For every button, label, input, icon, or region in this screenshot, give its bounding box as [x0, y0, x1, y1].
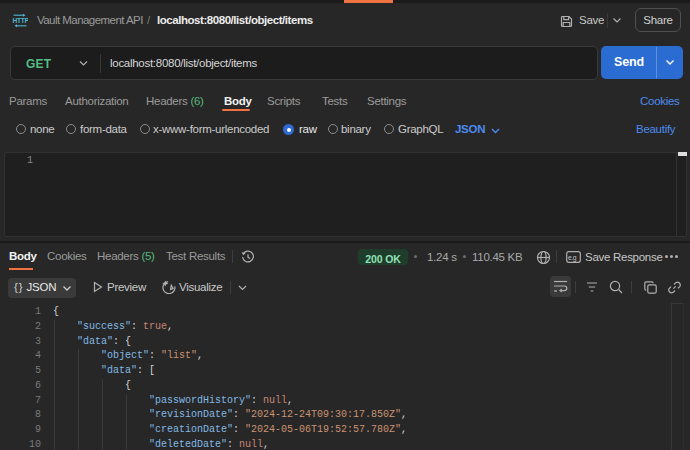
svg-text:e.g: e.g: [568, 254, 577, 262]
svg-text:HTTP: HTTP: [13, 17, 28, 24]
